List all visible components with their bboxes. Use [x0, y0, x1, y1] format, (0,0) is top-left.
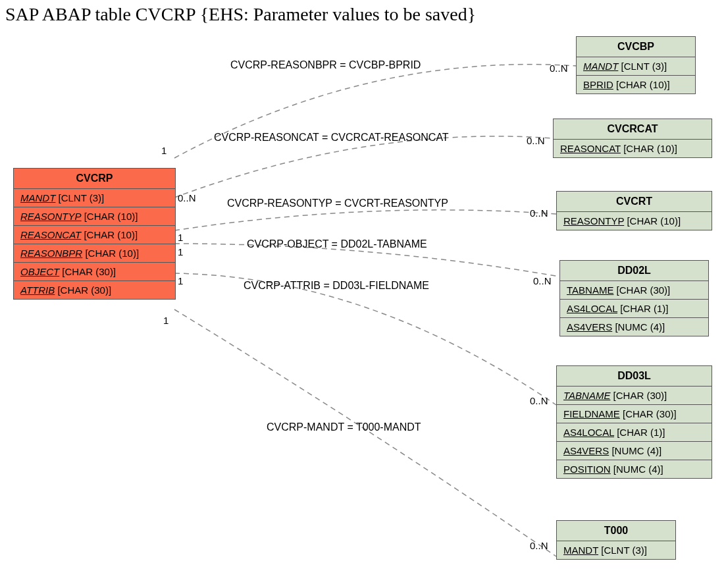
table-dd02l: DD02L TABNAME [CHAR (30)] AS4LOCAL [CHAR… — [559, 260, 709, 336]
table-cvcrt-header: CVCRT — [557, 192, 712, 212]
page-title: SAP ABAP table CVCRP {EHS: Parameter val… — [5, 4, 476, 25]
table-row: REASONCAT [CHAR (10)] — [554, 140, 712, 157]
table-row: BPRID [CHAR (10)] — [577, 76, 695, 94]
relation-label: CVCRP-OBJECT = DD02L-TABNAME — [247, 238, 427, 250]
cardinality: 1 — [178, 275, 183, 286]
relation-label: CVCRP-ATTRIB = DD03L-FIELDNAME — [244, 280, 429, 292]
table-row: AS4LOCAL [CHAR (1)] — [560, 300, 708, 318]
table-cvcrcat: CVCRCAT REASONCAT [CHAR (10)] — [553, 119, 712, 158]
table-row: AS4LOCAL [CHAR (1)] — [557, 423, 712, 442]
relation-label: CVCRP-MANDT = T000-MANDT — [267, 421, 421, 433]
table-row: ATTRIB [CHAR (30)] — [14, 281, 175, 299]
table-row: MANDT [CLNT (3)] — [577, 57, 695, 76]
table-cvcbp: CVCBP MANDT [CLNT (3)] BPRID [CHAR (10)] — [576, 36, 696, 94]
table-row: AS4VERS [NUMC (4)] — [557, 442, 712, 460]
table-row: OBJECT [CHAR (30)] — [14, 263, 175, 281]
table-row: REASONTYP [CHAR (10)] — [14, 207, 175, 226]
cardinality: 0..N — [530, 207, 548, 219]
cardinality: 1 — [163, 315, 169, 326]
table-row: REASONCAT [CHAR (10)] — [14, 226, 175, 244]
table-row: MANDT [CLNT (3)] — [14, 189, 175, 207]
table-row: TABNAME [CHAR (30)] — [557, 387, 712, 405]
table-row: MANDT [CLNT (3)] — [557, 541, 675, 559]
table-dd03l-header: DD03L — [557, 366, 712, 387]
cardinality: 0..N — [530, 395, 548, 406]
cardinality: 0..N — [550, 63, 568, 74]
relation-label: CVCRP-REASONCAT = CVCRCAT-REASONCAT — [214, 132, 449, 144]
cardinality: 1 — [178, 246, 183, 257]
table-cvcrp-header: CVCRP — [14, 169, 175, 189]
table-t000: T000 MANDT [CLNT (3)] — [556, 520, 676, 560]
table-row: FIELDNAME [CHAR (30)] — [557, 405, 712, 423]
table-row: REASONTYP [CHAR (10)] — [557, 212, 712, 230]
table-cvcrcat-header: CVCRCAT — [554, 119, 712, 140]
table-row: TABNAME [CHAR (30)] — [560, 281, 708, 300]
table-row: POSITION [NUMC (4)] — [557, 460, 712, 478]
relation-label: CVCRP-REASONBPR = CVCBP-BPRID — [230, 59, 421, 71]
cardinality: 1 — [178, 232, 183, 243]
table-cvcrt: CVCRT REASONTYP [CHAR (10)] — [556, 191, 712, 230]
cardinality: 0..N — [533, 275, 552, 286]
table-t000-header: T000 — [557, 521, 675, 541]
cardinality: 0..N — [527, 135, 545, 146]
table-row: REASONBPR [CHAR (10)] — [14, 244, 175, 263]
table-cvcbp-header: CVCBP — [577, 37, 695, 57]
table-dd02l-header: DD02L — [560, 261, 708, 281]
table-row: AS4VERS [NUMC (4)] — [560, 318, 708, 336]
relation-label: CVCRP-REASONTYP = CVCRT-REASONTYP — [227, 198, 448, 209]
cardinality: 1 — [161, 145, 167, 156]
cardinality: 0..N — [530, 540, 548, 551]
table-cvcrp: CVCRP MANDT [CLNT (3)] REASONTYP [CHAR (… — [13, 168, 176, 300]
cardinality: 0..N — [178, 192, 196, 203]
table-dd03l: DD03L TABNAME [CHAR (30)] FIELDNAME [CHA… — [556, 365, 712, 479]
